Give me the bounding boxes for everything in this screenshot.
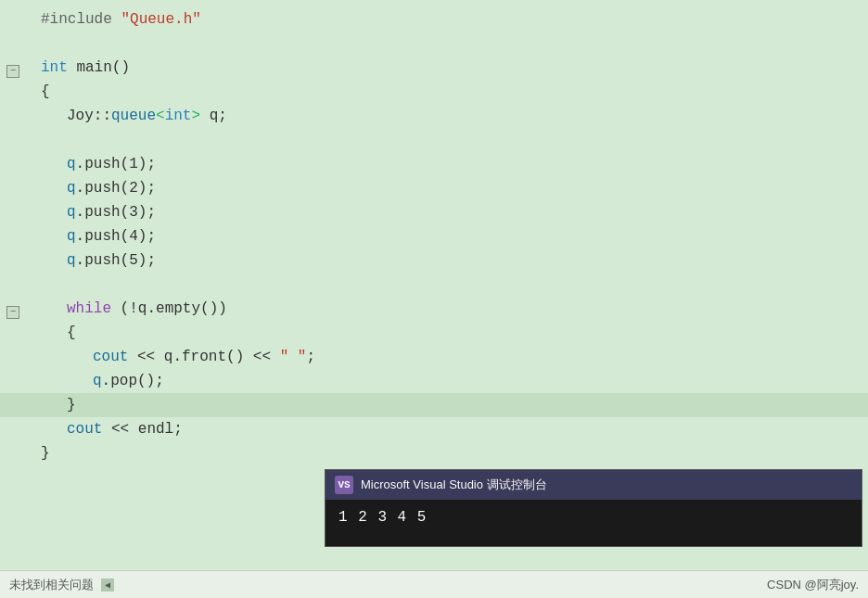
code-line: cout << q.front() << " ";	[0, 345, 868, 369]
code-line: −int main()	[0, 56, 868, 80]
status-bar: 未找到相关问题 ◀ CSDN @阿亮joy.	[0, 570, 868, 598]
collapse-icon[interactable]: −	[6, 65, 19, 78]
line-code: }	[32, 441, 868, 465]
code-token: q	[93, 373, 102, 389]
code-token: .push(1);	[76, 156, 156, 172]
console-titlebar: VS Microsoft Visual Studio 调试控制台	[326, 470, 862, 500]
line-code: q.push(1);	[32, 152, 868, 176]
code-line: q.push(4);	[0, 224, 868, 248]
collapse-icon[interactable]: −	[6, 306, 19, 319]
code-token: (!q.empty())	[111, 300, 227, 317]
line-code: while (!q.empty())	[32, 297, 868, 321]
line-code: Joy::queue<int> q;	[32, 104, 868, 128]
console-window[interactable]: VS Microsoft Visual Studio 调试控制台 1 2 3 4…	[325, 469, 862, 547]
code-token: {	[41, 83, 50, 100]
code-line	[0, 128, 868, 152]
line-code: {	[32, 80, 868, 104]
code-token: << q.front() <<	[128, 349, 279, 365]
code-token: " "	[280, 349, 307, 365]
code-line: q.push(3);	[0, 200, 868, 224]
code-token: .pop();	[102, 373, 164, 389]
code-token: q	[67, 252, 76, 269]
code-token: <	[156, 108, 165, 124]
line-code: q.push(3);	[32, 200, 868, 224]
code-token: .push(2);	[76, 180, 156, 197]
code-token: << endl;	[102, 421, 182, 438]
code-token: q	[67, 180, 76, 197]
status-right: CSDN @阿亮joy.	[767, 577, 859, 593]
console-body: 1 2 3 4 5	[326, 500, 862, 546]
line-code: q.push(5);	[32, 248, 868, 273]
code-token: q	[67, 156, 76, 172]
code-line: cout << endl;	[0, 417, 868, 441]
console-output: 1 2 3 4 5	[338, 509, 849, 526]
code-token: int	[41, 59, 68, 76]
line-code: q.push(2);	[32, 176, 868, 200]
code-token: "Queue.h"	[121, 11, 200, 28]
code-token: >	[191, 108, 200, 124]
code-line	[0, 273, 868, 297]
code-line: #include "Queue.h"	[0, 7, 868, 32]
line-code: q.push(4);	[32, 224, 868, 248]
code-token: #include	[41, 11, 121, 28]
code-line: Joy::queue<int> q;	[0, 104, 868, 128]
code-line: }	[0, 393, 868, 417]
code-token: .push(5);	[76, 252, 156, 269]
code-line: q.push(2);	[0, 176, 868, 200]
status-left: 未找到相关问题	[9, 577, 94, 593]
line-code: q.pop();	[32, 369, 868, 393]
code-token: cout	[67, 421, 102, 438]
line-code: cout << q.front() << " ";	[32, 345, 868, 369]
app-window: #include "Queue.h"−int main(){Joy::queue…	[0, 0, 868, 598]
code-line: q.push(5);	[0, 248, 868, 273]
code-token: }	[67, 397, 76, 414]
code-token: .push(3);	[76, 204, 156, 221]
code-line	[0, 32, 868, 56]
line-code: }	[32, 393, 868, 417]
code-token: {	[67, 324, 76, 341]
code-line: q.push(1);	[0, 152, 868, 176]
code-line: −while (!q.empty())	[0, 297, 868, 321]
code-token: }	[41, 445, 50, 462]
line-code: #include "Queue.h"	[32, 7, 868, 32]
code-token: Joy::	[67, 108, 111, 124]
console-title: Microsoft Visual Studio 调试控制台	[361, 477, 547, 493]
code-token: while	[67, 300, 111, 317]
code-token: ;	[306, 349, 315, 365]
code-token: .push(4);	[76, 228, 156, 245]
code-token: queue	[111, 108, 156, 124]
code-token: q	[67, 228, 76, 245]
line-code: cout << endl;	[32, 417, 868, 441]
line-code: int main()	[32, 56, 868, 80]
code-token: int	[165, 108, 192, 124]
code-token: q	[67, 204, 76, 221]
code-token: main()	[68, 59, 130, 76]
line-code: {	[32, 321, 868, 345]
code-token: q;	[200, 108, 227, 124]
code-line: q.pop();	[0, 369, 868, 393]
code-token: cout	[93, 349, 128, 365]
code-line: {	[0, 80, 868, 104]
vs-icon: VS	[335, 476, 353, 494]
scroll-indicator[interactable]: ◀	[101, 579, 114, 592]
code-line: {	[0, 321, 868, 345]
code-editor: #include "Queue.h"−int main(){Joy::queue…	[0, 0, 868, 519]
code-line: }	[0, 441, 868, 465]
